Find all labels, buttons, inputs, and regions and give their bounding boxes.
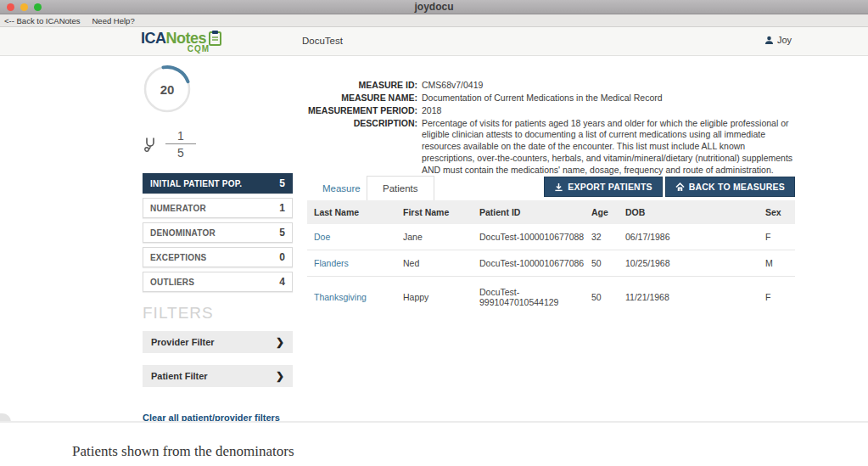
header-docutest-label: DocuTest — [302, 36, 343, 46]
stat-numerator[interactable]: NUMERATOR 1 — [143, 198, 293, 218]
window-title: joydocu — [414, 1, 453, 13]
patient-last-name-link[interactable]: Flanders — [307, 255, 396, 272]
col-header-sex[interactable]: Sex — [759, 204, 795, 221]
patient-dob: 06/17/1986 — [619, 228, 759, 245]
measurement-period-value: 2018 — [422, 105, 441, 117]
user-icon — [764, 36, 774, 45]
filters-heading: FILTERS — [143, 304, 293, 323]
patient-first-name: Happy — [396, 289, 473, 306]
back-to-icanotes-link[interactable]: <-- Back to ICANotes — [4, 16, 81, 25]
measure-info: MEASURE ID: CMS68v7/0419 MEASURE NAME: D… — [307, 80, 795, 177]
table-header-row: Last Name First Name Patient ID Age DOB … — [307, 200, 795, 224]
patient-sex: F — [759, 289, 795, 306]
screenshot-stage: joydocu <-- Back to ICANotes Need Help? … — [0, 0, 868, 466]
back-to-measures-button[interactable]: BACK TO MEASURES — [665, 177, 795, 197]
patient-sex: M — [759, 255, 795, 272]
figure-caption: Patients shown from the denominators — [72, 443, 294, 460]
icanotes-cqm-logo[interactable]: ICANotes CQM — [141, 30, 223, 53]
user-name: Joy — [777, 35, 792, 45]
table-row: Flanders Ned DocuTest-1000010677086 50 1… — [307, 250, 795, 277]
patient-age: 32 — [585, 228, 619, 245]
col-header-last-name[interactable]: Last Name — [307, 204, 396, 221]
tab-bar: Measure Patients EXPORT PATIENTS — [307, 176, 795, 200]
stat-outliers[interactable]: OUTLIERS 4 — [143, 272, 293, 292]
chevron-right-icon: ❯ — [276, 370, 284, 382]
minimize-window-button[interactable] — [20, 3, 28, 11]
patient-first-name: Jane — [396, 228, 473, 245]
description-label: DESCRIPTION: — [307, 118, 417, 177]
measure-name-value: Documentation of Current Medications in … — [422, 93, 663, 104]
description-value: Percentage of visits for patients aged 1… — [422, 118, 793, 177]
measure-name-label: MEASURE NAME: — [307, 93, 417, 104]
patient-filter-toggle[interactable]: Patient Filter ❯ — [143, 365, 293, 387]
stat-denominator[interactable]: DENOMINATOR 5 — [143, 222, 293, 243]
sidebar: 20 1 5 INITIAL PATIENT POP. 5 NUMERATO — [143, 65, 293, 424]
measurement-period-label: MEASUREMENT PERIOD: — [307, 105, 417, 117]
app-header: ICANotes CQM DocuTest — [0, 27, 868, 56]
close-window-button[interactable] — [7, 3, 14, 11]
stethoscope-icon — [144, 138, 157, 152]
window-titlebar: joydocu — [0, 0, 868, 14]
patient-id: DocuTest-1000010677088 — [473, 228, 585, 245]
user-menu[interactable]: Joy — [764, 35, 792, 45]
export-patients-button[interactable]: EXPORT PATIENTS — [544, 177, 662, 197]
patient-first-name: Ned — [396, 255, 473, 272]
col-header-age[interactable]: Age — [585, 204, 619, 221]
patient-id: DocuTest-1000010677086 — [473, 255, 585, 272]
measure-id-label: MEASURE ID: — [307, 80, 417, 92]
patient-sex: F — [759, 228, 795, 245]
fraction-numerator: 1 — [165, 129, 196, 144]
tab-measure[interactable]: Measure — [307, 176, 376, 200]
ratio-display: 1 5 — [144, 129, 293, 160]
table-row: Doe Jane DocuTest-1000010677088 32 06/17… — [307, 224, 795, 250]
score-gauge: 20 — [143, 65, 192, 114]
stats-list: INITIAL PATIENT POP. 5 NUMERATOR 1 DENOM… — [143, 173, 293, 292]
tab-patients[interactable]: Patients — [367, 176, 434, 200]
browser-toolbar: <-- Back to ICANotes Need Help? — [0, 14, 868, 27]
patients-table: Last Name First Name Patient ID Age DOB … — [307, 200, 795, 317]
table-row: Thanksgiving Happy DocuTest-999104701054… — [307, 277, 795, 317]
patient-last-name-link[interactable]: Doe — [307, 228, 396, 245]
clipboard-icon — [208, 30, 223, 47]
patient-last-name-link[interactable]: Thanksgiving — [307, 289, 396, 306]
patient-dob: 11/21/1968 — [619, 289, 759, 306]
col-header-first-name[interactable]: First Name — [396, 204, 473, 221]
chevron-right-icon: ❯ — [276, 336, 284, 348]
download-icon — [554, 182, 563, 192]
patient-age: 50 — [585, 255, 619, 272]
patient-age: 50 — [585, 289, 619, 306]
col-header-dob[interactable]: DOB — [619, 204, 759, 221]
traffic-lights — [7, 3, 42, 11]
patient-id: DocuTest-9991047010544129 — [473, 284, 585, 311]
patient-dob: 10/25/1968 — [619, 255, 759, 272]
fraction-denominator: 5 — [165, 144, 196, 160]
home-icon — [675, 182, 685, 192]
need-help-link[interactable]: Need Help? — [92, 16, 135, 25]
provider-filter-toggle[interactable]: Provider Filter ❯ — [143, 331, 293, 353]
measure-id-value: CMS68v7/0419 — [422, 80, 483, 92]
logo-text-ica: ICA — [141, 31, 166, 46]
stat-initial-patient-pop[interactable]: INITIAL PATIENT POP. 5 — [143, 173, 293, 194]
gauge-value: 20 — [143, 65, 192, 114]
col-header-patient-id[interactable]: Patient ID — [473, 204, 585, 221]
zoom-window-button[interactable] — [34, 3, 42, 11]
window-bottom-edge — [0, 421, 868, 423]
stat-exceptions[interactable]: EXCEPTIONS 0 — [143, 247, 293, 267]
